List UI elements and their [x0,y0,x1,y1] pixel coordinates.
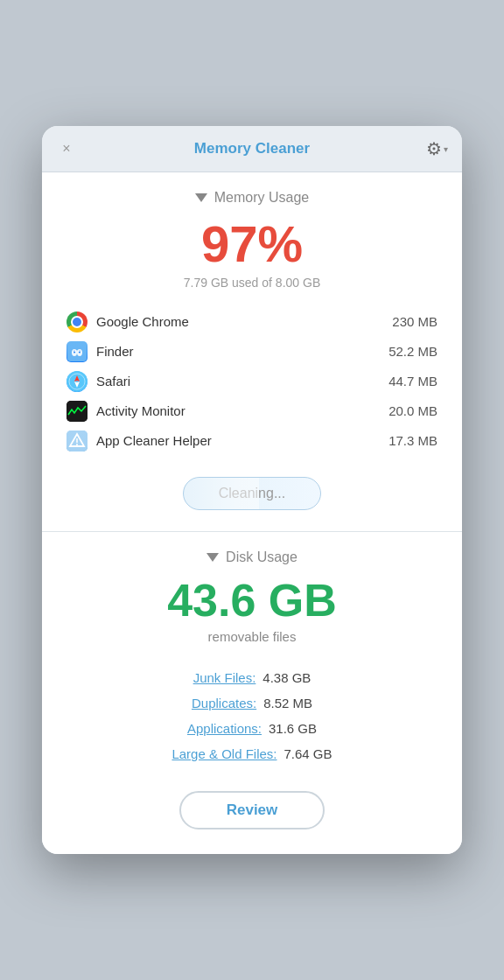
review-button-wrapper: Review [66,791,438,830]
svg-point-13 [76,444,78,445]
junk-files-value: 4.38 GB [262,670,311,685]
memory-detail: 7.79 GB used of 8.00 GB [66,276,438,290]
list-item: Activity Monitor 20.0 MB [66,396,438,426]
close-button[interactable]: × [56,138,77,159]
junk-files-link[interactable]: Junk Files: [193,670,256,685]
app-name: Finder [96,344,380,359]
app-name: App Cleaner Helper [96,433,380,448]
finder-icon [66,341,88,362]
app-name: Safari [96,374,380,388]
appcleaner-icon [66,430,88,452]
list-item: Finder 52.2 MB [66,337,438,367]
disk-size: 43.6 GB [66,576,438,626]
list-item: Junk Files: 4.38 GB [66,665,438,690]
disk-section-title: Disk Usage [226,550,298,565]
title-bar: × Memory Cleaner ⚙ ▾ [42,126,462,172]
disk-section: Disk Usage 43.6 GB removable files Junk … [42,532,462,854]
duplicates-link[interactable]: Duplicates: [192,696,256,710]
memory-section-header: Memory Usage [66,190,438,206]
chevron-down-icon: ▾ [444,144,448,154]
app-name: Activity Monitor [96,403,380,418]
chrome-icon [66,312,88,332]
list-item: Duplicates: 8.52 MB [66,690,438,716]
activity-monitor-icon [66,401,88,422]
review-button[interactable]: Review [179,791,326,830]
disk-section-header: Disk Usage [66,550,438,565]
applications-link[interactable]: Applications: [187,721,262,736]
large-old-files-link[interactable]: Large & Old Files: [172,746,276,761]
large-old-files-value: 7.64 GB [284,746,332,761]
app-window: × Memory Cleaner ⚙ ▾ Memory Usage 97% 7.… [42,126,462,854]
svg-rect-9 [66,401,88,422]
list-item: Applications: 31.6 GB [66,716,438,741]
duplicates-value: 8.52 MB [263,696,312,710]
disk-items-list: Junk Files: 4.38 GB Duplicates: 8.52 MB … [66,665,438,766]
app-size: 52.2 MB [388,344,438,359]
app-list: Google Chrome 230 MB [66,307,438,456]
phone-frame: × Memory Cleaner ⚙ ▾ Memory Usage 97% 7.… [0,0,504,980]
gear-icon: ⚙ [426,138,442,159]
list-item: Google Chrome 230 MB [66,307,438,337]
disk-subtitle: removable files [66,629,438,644]
memory-percent: 97% [66,216,438,272]
app-title: Memory Cleaner [194,140,310,158]
list-item: Large & Old Files: 7.64 GB [66,741,438,766]
collapse-icon [206,553,219,562]
svg-rect-0 [67,342,87,361]
list-item: App Cleaner Helper 17.3 MB [66,426,438,456]
app-size: 230 MB [392,314,438,329]
app-size: 20.0 MB [388,403,438,418]
cleaning-button[interactable]: Cleaning... [183,477,322,510]
app-size: 44.7 MB [388,374,438,388]
memory-section: Memory Usage 97% 7.79 GB used of 8.00 GB… [42,172,462,531]
svg-point-5 [66,371,88,392]
app-name: Google Chrome [96,314,383,329]
collapse-icon [195,193,207,202]
list-item: Safari 44.7 MB [66,367,438,396]
memory-section-title: Memory Usage [214,190,309,206]
settings-button[interactable]: ⚙ ▾ [426,138,448,159]
safari-icon [66,371,88,392]
cleaning-button-wrapper: Cleaning... [66,477,438,510]
app-size: 17.3 MB [388,433,438,448]
applications-value: 31.6 GB [269,721,317,736]
